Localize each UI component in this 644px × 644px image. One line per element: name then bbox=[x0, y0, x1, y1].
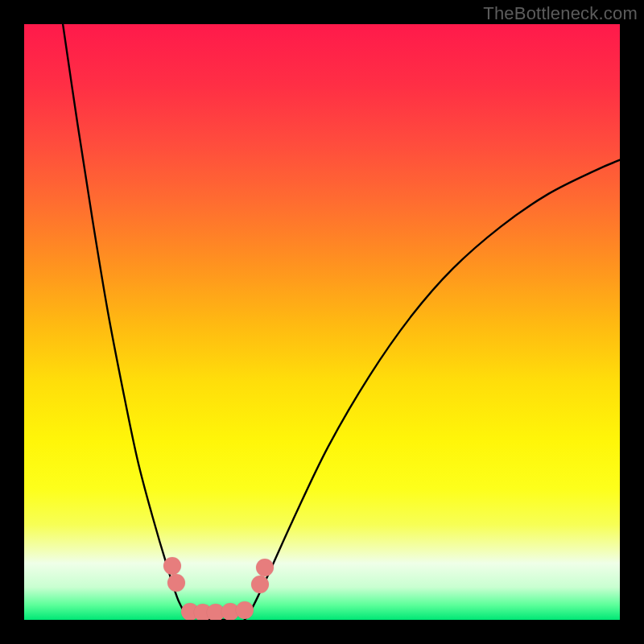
data-marker bbox=[251, 576, 269, 593]
data-marker bbox=[167, 574, 185, 592]
watermark-text: TheBottleneck.com bbox=[483, 3, 638, 24]
data-marker bbox=[163, 557, 181, 575]
data-marker bbox=[256, 559, 274, 576]
plot-area bbox=[24, 24, 620, 620]
chart-stage: TheBottleneck.com bbox=[0, 0, 644, 644]
bottleneck-curve bbox=[24, 24, 620, 620]
data-marker bbox=[236, 601, 254, 619]
